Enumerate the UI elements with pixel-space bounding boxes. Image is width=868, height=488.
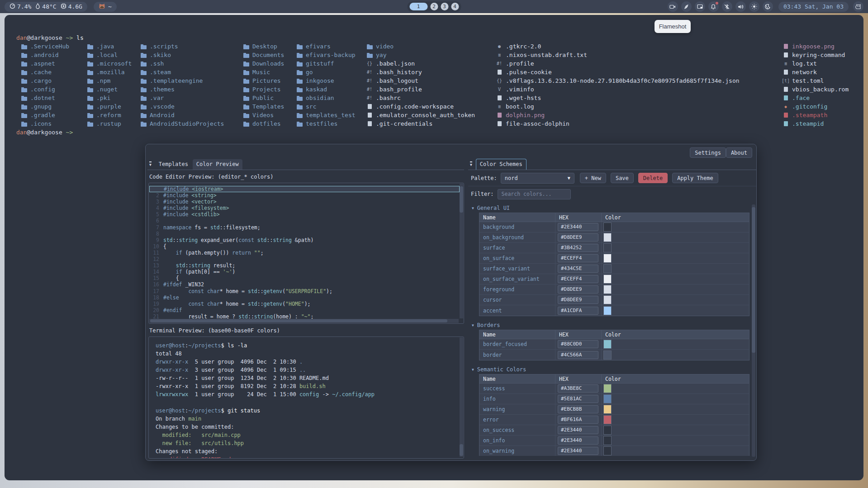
color-swatch[interactable] — [603, 243, 612, 252]
collapse-icon[interactable]: ▼ — [149, 161, 152, 167]
tab-color-preview[interactable]: Color Preview — [193, 159, 242, 170]
color-swatch[interactable] — [603, 351, 612, 360]
notification-icon[interactable] — [708, 1, 719, 12]
folder-icon — [243, 123, 249, 127]
tray-owl-icon[interactable] — [853, 1, 863, 12]
editor-horizontal-scrollbar[interactable] — [149, 319, 459, 323]
palette-select[interactable]: nord ▼ — [501, 173, 574, 184]
color-swatch[interactable] — [603, 340, 612, 349]
brightness-icon[interactable] — [749, 1, 759, 12]
folder-icon — [87, 88, 93, 92]
hex-input[interactable]: #434C5E — [558, 265, 598, 273]
folder-icon — [297, 88, 303, 92]
bluetooth-off-icon[interactable] — [722, 1, 732, 12]
section-header-borders[interactable]: ▼Borders — [472, 321, 750, 330]
night-light-icon[interactable] — [763, 1, 773, 12]
folder-icon — [21, 62, 27, 66]
system-stats-pill[interactable]: 7.4% 48°C 4.6G — [5, 2, 87, 12]
save-button[interactable]: Save — [611, 173, 634, 183]
hex-input[interactable]: #A3BE8C — [558, 384, 598, 393]
color-row: on_success#2E3440 — [479, 425, 749, 436]
hex-input[interactable]: #2E3440 — [558, 436, 598, 445]
section-header-general-ui[interactable]: ▼General UI — [472, 204, 750, 213]
line-number: 2 — [149, 192, 163, 199]
settings-button[interactable]: Settings — [690, 147, 726, 158]
new-button[interactable]: + New — [580, 173, 606, 183]
color-swatch[interactable] — [603, 264, 612, 273]
hex-input[interactable]: #A1CDFA — [558, 307, 598, 315]
listing-column: .java.local.microsoft.mozilla.npm.nuget.… — [87, 42, 140, 128]
file-name: .profile — [506, 59, 534, 68]
hex-input[interactable]: #4C566A — [558, 351, 598, 359]
folder-icon — [243, 62, 249, 66]
color-swatch[interactable] — [603, 436, 612, 445]
volume-icon[interactable] — [735, 1, 746, 12]
hex-input[interactable]: #D8DEE9 — [558, 285, 598, 294]
hex-input[interactable]: #3B4252 — [558, 244, 598, 252]
file-item: .steampid — [783, 119, 849, 128]
about-button[interactable]: About — [726, 147, 752, 158]
column-header: Name — [479, 330, 555, 339]
editor-preview-label: Code Editor Preview: (editor_* colors) — [149, 174, 464, 180]
workspace-2[interactable]: 2 — [430, 3, 438, 10]
hex-input[interactable]: #2E3440 — [558, 426, 598, 434]
kitty-icon — [99, 3, 105, 10]
editor-vertical-scrollbar[interactable] — [460, 184, 463, 318]
color-swatch[interactable] — [603, 254, 612, 263]
hex-input[interactable]: #5E81AC — [558, 395, 598, 403]
color-swatch[interactable] — [603, 394, 612, 403]
screencast-icon[interactable] — [668, 1, 678, 12]
collapse-icon[interactable]: ▼ — [470, 161, 472, 167]
folder-icon — [21, 97, 27, 101]
color-swatch[interactable] — [603, 384, 612, 393]
color-swatch[interactable] — [603, 405, 612, 414]
color-row: on_surface#ECEFF4 — [479, 253, 749, 264]
tab-color-schemes[interactable]: Color Schemes — [476, 159, 526, 170]
workspace-1[interactable]: 1 — [409, 3, 427, 10]
file-item: #!.bashrc — [366, 94, 496, 102]
color-swatch[interactable] — [603, 446, 612, 455]
palette-label: Palette: — [471, 175, 497, 181]
color-swatch[interactable] — [603, 306, 612, 315]
color-swatch[interactable] — [603, 415, 612, 424]
workspace-4[interactable]: 4 — [451, 3, 459, 10]
hex-input[interactable]: #BF616A — [558, 416, 598, 424]
tab-templates[interactable]: Templates — [155, 159, 192, 170]
hex-input[interactable]: #ECEFF4 — [558, 254, 598, 262]
color-schemes-scrollbar[interactable] — [752, 204, 755, 457]
color-swatch[interactable] — [603, 426, 612, 435]
section-header-semantic-colors[interactable]: ▼Semantic Colors — [472, 365, 750, 374]
focused-window-pill[interactable]: ~ — [94, 2, 117, 12]
code-line: 13 std::string result; — [149, 262, 464, 269]
hex-input[interactable]: #88C0D0 — [558, 340, 598, 348]
filter-input[interactable] — [498, 189, 571, 199]
listing-column: inkgoose.pngkeyring-command≣log.txtnetwo… — [783, 42, 849, 128]
hex-input[interactable]: #D8DEE9 — [558, 296, 598, 304]
vim-icon: V — [496, 85, 503, 94]
code-text: const char* home = std::getenv("HOME"); — [163, 301, 310, 307]
clock[interactable]: 03:43 Sat, Jan 03 — [778, 2, 849, 12]
color-row: background#2E3440 — [479, 222, 749, 232]
file-item: vbios_backup.rom — [783, 85, 849, 94]
terminal-preview-scrollbar[interactable] — [460, 337, 463, 457]
hex-input[interactable]: #D8DEE9 — [558, 233, 598, 242]
color-swatch[interactable] — [603, 295, 612, 304]
color-swatch[interactable] — [603, 275, 612, 284]
color-swatch[interactable] — [603, 223, 612, 232]
file-name: obsidian — [306, 94, 334, 102]
file-name: file-assoc-dolphin — [506, 119, 569, 128]
color-swatch[interactable] — [603, 233, 612, 242]
color-swatch[interactable] — [603, 285, 612, 294]
folder-icon — [21, 114, 27, 118]
hex-input[interactable]: #ECEFF4 — [558, 275, 598, 283]
hex-input[interactable]: #EBCB8B — [558, 405, 598, 413]
line-number: 10 — [149, 243, 163, 250]
apply-theme-button[interactable]: Apply Theme — [672, 173, 718, 183]
flameshot-icon[interactable] — [681, 1, 692, 12]
hex-input[interactable]: #2E3440 — [558, 223, 598, 231]
workspace-3[interactable]: 3 — [441, 3, 448, 10]
hex-input[interactable]: #2E3440 — [558, 447, 598, 455]
delete-button[interactable]: Delete — [638, 173, 668, 183]
screenshot-icon[interactable] — [695, 1, 705, 12]
file-item: .icons — [21, 119, 87, 128]
